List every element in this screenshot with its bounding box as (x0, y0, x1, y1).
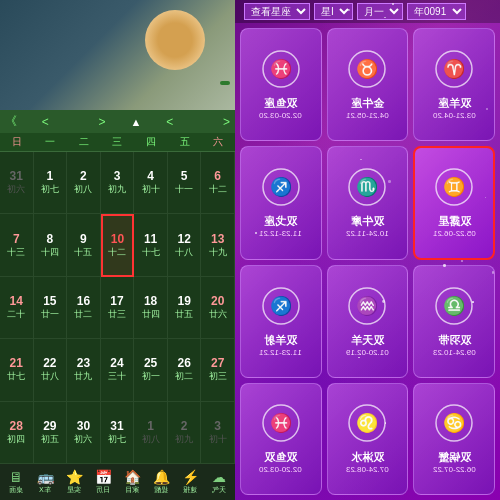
zodiac-date: 07.24-08.23 (346, 465, 389, 474)
cal-cell[interactable]: 24三十 (101, 339, 135, 401)
cal-cell[interactable]: 15廿一 (34, 277, 68, 339)
svg-text:♊: ♊ (443, 176, 466, 198)
cal-cell[interactable]: 13十九 (201, 214, 235, 276)
cal-cell[interactable]: 31初六 (0, 152, 34, 214)
zodiac-icon: ♐ (261, 286, 301, 331)
zodiac-icon: ♎ (434, 286, 474, 331)
svg-text:♒: ♒ (356, 295, 379, 317)
zodiac-card[interactable]: ♌ 双淋水07.24-08.23 (327, 383, 409, 496)
svg-text:♐: ♐ (270, 295, 293, 317)
cal-cell[interactable]: 5十一 (168, 152, 202, 214)
left-panel: 《 < > ▲ < > 日 一 二 三 四 五 六 31初六1初七2初八3初九4… (0, 0, 235, 500)
cal-cell[interactable]: 30初六 (67, 402, 101, 464)
toolbar-btn[interactable]: 🖥桌面 (2, 467, 30, 497)
cal-cell[interactable]: 31初七 (101, 402, 135, 464)
cal-cell[interactable]: 28初四 (0, 402, 34, 464)
star-dropdown[interactable]: 星I (314, 3, 353, 20)
toolbar-label: 速报 (183, 485, 197, 495)
weather-header (0, 0, 235, 110)
prev-month-arrow[interactable]: < (166, 115, 173, 129)
zodiac-date: 02.20-03.20 (259, 111, 302, 120)
col-wed: 三 (101, 133, 135, 151)
cal-cell[interactable]: 27初三 (201, 339, 235, 401)
next-month-arrow[interactable]: > (223, 115, 230, 129)
cal-cell[interactable]: 19廿五 (168, 277, 202, 339)
zodiac-name: 双淋水 (351, 450, 384, 465)
zodiac-card[interactable]: ♒ 双天羊01.20-02.19 (327, 265, 409, 378)
zodiac-icon: ♌ (347, 403, 387, 448)
cal-cell[interactable]: 6十二 (201, 152, 235, 214)
toolbar-label: 桌面 (9, 485, 23, 495)
toolbar-btn[interactable]: 🚌车X (31, 467, 59, 497)
cal-cell[interactable]: 20廿六 (201, 277, 235, 339)
zodiac-card[interactable]: ♈ 双羊座03.21-04.20 (413, 28, 495, 141)
toolbar-icon: 🏠 (124, 469, 141, 485)
zodiac-card[interactable]: ♉ 金牛座04.21-05.21 (327, 28, 409, 141)
cal-cell[interactable]: 1初八 (134, 402, 168, 464)
toolbar-btn[interactable]: 🔔提醒 (147, 467, 175, 497)
right-panel: 查看星座 星I 月一 年0091 ♓ 双鱼座02.20-03.20 ♉ 金牛座0… (235, 0, 500, 500)
cal-cell[interactable]: 12十八 (168, 214, 202, 276)
cal-cell[interactable]: 23廿九 (67, 339, 101, 401)
toolbar-btn[interactable]: 🏠家目 (118, 467, 146, 497)
svg-text:♌: ♌ (356, 412, 379, 434)
year-dropdown[interactable]: 年0091 (407, 3, 466, 20)
cal-cell[interactable]: 26初二 (168, 339, 202, 401)
next-year-arrow[interactable]: > (99, 115, 106, 129)
zodiac-date: 05.22-06.21 (433, 229, 476, 238)
view-dropdown[interactable]: 查看星座 (244, 3, 310, 20)
cal-cell[interactable]: 7十三 (0, 214, 34, 276)
zodiac-name: 双戈座 (264, 214, 297, 229)
zodiac-icon: ♓ (261, 403, 301, 448)
right-header: 查看星座 星I 月一 年0091 (235, 0, 500, 23)
cal-cell[interactable]: 22廿八 (34, 339, 68, 401)
toolbar-label: 天气 (212, 485, 226, 495)
toolbar-icon: 🔔 (153, 469, 170, 485)
zodiac-card[interactable]: ♎ 双羽带09.24-10.23 (413, 265, 495, 378)
toolbar-btn[interactable]: ⚡速报 (176, 467, 204, 497)
cal-cell[interactable]: 17廿三 (101, 277, 135, 339)
col-mon: 一 (34, 133, 68, 151)
zodiac-name: 双羊座 (438, 96, 471, 111)
svg-text:♈: ♈ (443, 58, 466, 80)
cal-cell[interactable]: 8十四 (34, 214, 68, 276)
zodiac-card[interactable]: ♋ 双锅蟹06.22-07.22 (413, 383, 495, 496)
cal-cell[interactable]: 18廿四 (134, 277, 168, 339)
cal-cell[interactable]: 29初五 (34, 402, 68, 464)
month-dropdown[interactable]: 月一 (357, 3, 403, 20)
cal-cell[interactable]: 9十五 (67, 214, 101, 276)
zodiac-date: 06.22-07.22 (433, 465, 476, 474)
toolbar-btn[interactable]: ☁天气 (205, 467, 233, 497)
toolbar-label: 日历 (96, 485, 110, 495)
zodiac-card[interactable]: ♓ 双鱼座02.20-03.20 (240, 28, 322, 141)
cal-cell[interactable]: 25初一 (134, 339, 168, 401)
cal-cell[interactable]: 2初八 (67, 152, 101, 214)
zodiac-card[interactable]: ♊ 双露星05.22-06.21 (413, 146, 495, 261)
cal-cell[interactable]: 2初九 (168, 402, 202, 464)
zodiac-icon: ♈ (434, 49, 474, 94)
zodiac-card[interactable]: ♏ 双牛摩10.24-11.22 (327, 146, 409, 261)
zodiac-card[interactable]: ♐ 双戈座11.23-12.21 (240, 146, 322, 261)
cal-cell[interactable]: 21廿七 (0, 339, 34, 401)
zodiac-name: 双鱼座 (264, 96, 297, 111)
zodiac-name: 双羊射 (264, 333, 297, 348)
zodiac-icon: ♓ (261, 49, 301, 94)
cal-cell[interactable]: 11十七 (134, 214, 168, 276)
toolbar-btn[interactable]: ⭐实星 (60, 467, 88, 497)
cal-cell[interactable]: 4初十 (134, 152, 168, 214)
col-thu: 四 (134, 133, 168, 151)
prev-year-arrow[interactable]: < (42, 115, 49, 129)
toolbar-btn[interactable]: 📅日历 (89, 467, 117, 497)
prev-year-btn[interactable]: 《 (5, 113, 17, 130)
cal-cell[interactable]: 1初七 (34, 152, 68, 214)
cal-cell[interactable]: 3初十 (201, 402, 235, 464)
calendar-header: 日 一 二 三 四 五 六 (0, 133, 235, 152)
cal-cell[interactable]: 14二十 (0, 277, 34, 339)
zodiac-icon: ♊ (434, 167, 474, 212)
zodiac-card[interactable]: ♐ 双羊射11.23-12.21 (240, 265, 322, 378)
col-fri: 五 (168, 133, 202, 151)
zodiac-card[interactable]: ♓ 双鱼双02.20-03.20 (240, 383, 322, 496)
cal-cell[interactable]: 3初九 (101, 152, 135, 214)
cal-cell[interactable]: 10十二 (101, 214, 135, 276)
cal-cell[interactable]: 16廿二 (67, 277, 101, 339)
